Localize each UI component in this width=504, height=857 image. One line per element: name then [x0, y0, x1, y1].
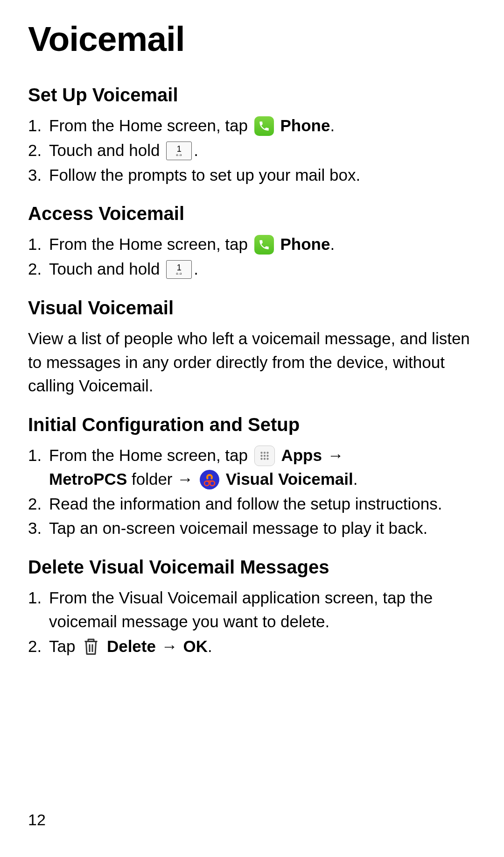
key-1-icon: 1 o.o	[166, 260, 192, 279]
list-item: Tap an on-screen voicemail message to pl…	[28, 517, 476, 540]
key-sub: o.o	[176, 153, 182, 157]
heading-setup: Set Up Voicemail	[28, 85, 476, 106]
text-bold: MetroPCS	[49, 470, 127, 488]
apps-icon	[254, 446, 275, 466]
text-bold: Visual Voicemail	[226, 470, 353, 488]
text-bold: Delete	[107, 637, 156, 655]
text: From the Home screen, tap	[49, 235, 252, 253]
text: Touch and hold	[49, 141, 164, 159]
svg-point-6	[260, 458, 262, 460]
text-bold: Apps	[281, 446, 322, 464]
list-delete: From the Visual Voicemail application sc…	[28, 586, 476, 658]
heading-visual: Visual Voicemail	[28, 297, 476, 319]
svg-point-10	[210, 481, 215, 486]
text: .	[208, 637, 212, 655]
list-item: From the Home screen, tap Phone.	[28, 233, 476, 256]
list-item: From the Home screen, tap Phone.	[28, 114, 476, 138]
text: From the Home screen, tap	[49, 116, 252, 135]
text-bold: Phone	[280, 116, 330, 135]
list-item: Tap Delete → OK.	[28, 635, 476, 659]
list-item: Touch and hold 1 o.o .	[28, 139, 476, 163]
text: .	[353, 470, 358, 488]
phone-icon	[254, 116, 274, 136]
text-bold: Phone	[280, 235, 330, 253]
text-bold: OK	[183, 637, 208, 655]
text: Tap	[49, 637, 80, 655]
key-sub: o.o	[176, 272, 182, 276]
heading-config: Initial Configuration and Setup	[28, 414, 476, 435]
svg-point-0	[260, 452, 262, 453]
svg-point-1	[264, 452, 266, 453]
text: .	[194, 141, 198, 159]
visual-voicemail-icon	[200, 470, 219, 489]
text: From the Home screen, tap	[49, 446, 252, 464]
key-1-icon: 1 o.o	[166, 142, 192, 160]
arrow: →	[157, 637, 182, 655]
list-config: From the Home screen, tap Apps → MetroPC…	[28, 444, 476, 540]
key-number: 1	[177, 145, 182, 153]
svg-point-2	[266, 452, 268, 453]
svg-point-3	[260, 455, 262, 457]
arrow: →	[323, 446, 344, 464]
svg-point-5	[266, 455, 268, 457]
heading-access: Access Voicemail	[28, 203, 476, 224]
list-item: Read the information and follow the setu…	[28, 492, 476, 516]
list-item: Follow the prompts to set up your mail b…	[28, 163, 476, 187]
text: .	[194, 260, 198, 278]
list-item: From the Visual Voicemail application sc…	[28, 586, 476, 634]
svg-point-4	[264, 455, 266, 457]
trash-icon	[82, 637, 100, 656]
paragraph: View a list of people who left a voicema…	[28, 327, 476, 398]
phone-icon	[254, 235, 274, 255]
text: folder →	[127, 470, 198, 488]
page-title: Voicemail	[28, 19, 476, 59]
list-item: From the Home screen, tap Apps → MetroPC…	[28, 444, 476, 491]
text: .	[330, 235, 335, 253]
list-item: Touch and hold 1 o.o .	[28, 257, 476, 281]
text: .	[330, 116, 335, 135]
page-number: 12	[28, 811, 46, 829]
svg-point-9	[204, 481, 209, 486]
text: Touch and hold	[49, 260, 164, 278]
key-number: 1	[177, 263, 182, 272]
list-access: From the Home screen, tap Phone. Touch a…	[28, 233, 476, 281]
svg-point-8	[266, 458, 268, 460]
svg-point-7	[264, 458, 266, 460]
heading-delete: Delete Visual Voicemail Messages	[28, 557, 476, 578]
list-setup: From the Home screen, tap Phone. Touch a…	[28, 114, 476, 187]
